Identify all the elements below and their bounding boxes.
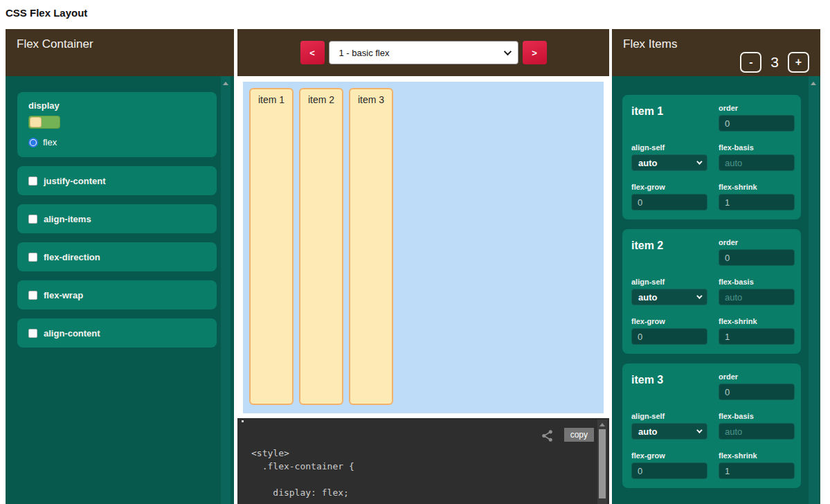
property-card-justify-content[interactable]: justify-content (17, 166, 217, 195)
main-columns: Flex Container display flex justify-cont… (6, 29, 820, 504)
flex-grow-input[interactable] (631, 194, 707, 210)
demo-item-2[interactable]: item 2 (299, 88, 343, 405)
order-label: order (719, 238, 795, 246)
demo-item-3[interactable]: item 3 (349, 88, 393, 405)
preset-select-value: 1 - basic flex (339, 48, 504, 58)
align-self-select[interactable]: auto (631, 154, 707, 171)
radio-checked-icon[interactable] (28, 138, 38, 147)
align-self-select[interactable]: auto (631, 289, 707, 305)
order-label: order (719, 104, 795, 112)
flex-grow-field: flex-grow (631, 317, 707, 345)
align-self-select[interactable]: auto (631, 423, 707, 440)
flex-grow-input[interactable] (631, 328, 707, 345)
align-self-field: align-self auto (631, 412, 707, 440)
code-panel: <style> .flex-container { display: flex;… (237, 418, 609, 504)
flex-grow-field: flex-grow (631, 183, 707, 210)
preset-bar: < 1 - basic flex > (237, 29, 609, 76)
item-card-3: item 3 order align-self auto flex-basis (622, 363, 801, 488)
flex-basis-input[interactable] (719, 289, 795, 305)
order-field: order (719, 238, 795, 266)
share-icon[interactable] (541, 429, 554, 442)
scroll-up-icon[interactable] (811, 82, 816, 85)
code-content[interactable]: <style> .flex-container { display: flex; (251, 447, 354, 499)
item-card-title: item 3 (631, 372, 707, 400)
flex-grow-label: flex-grow (631, 317, 707, 325)
scroll-up-icon[interactable] (599, 423, 605, 426)
property-label: flex-wrap (44, 290, 83, 300)
code-cursor-dot (242, 420, 244, 422)
preset-select[interactable]: 1 - basic flex (329, 41, 518, 64)
scroll-up-icon[interactable] (223, 82, 228, 85)
property-label: flex-direction (44, 252, 100, 262)
order-field: order (719, 372, 795, 400)
align-self-value: auto (638, 426, 696, 437)
flex-grow-label: flex-grow (631, 451, 707, 460)
flex-shrink-field: flex-shrink (719, 317, 795, 345)
order-input[interactable] (719, 115, 795, 132)
align-self-label: align-self (631, 412, 707, 420)
property-card-align-items[interactable]: align-items (17, 204, 217, 233)
flex-basis-input[interactable] (719, 154, 795, 171)
align-self-value: auto (638, 158, 696, 168)
increase-items-button[interactable]: + (788, 52, 809, 73)
property-card-flex-direction[interactable]: flex-direction (17, 242, 217, 271)
property-card-flex-wrap[interactable]: flex-wrap (17, 280, 217, 309)
middle-column: < 1 - basic flex > item 1 item 2 item 3 … (237, 29, 609, 504)
right-panel-scrollbar[interactable] (809, 76, 819, 504)
chevron-down-icon (696, 427, 702, 433)
align-self-field: align-self auto (631, 143, 707, 171)
flex-playground: item 1 item 2 item 3 (237, 76, 609, 418)
display-flex-radio-row[interactable]: flex (28, 137, 206, 147)
display-toggle[interactable] (28, 116, 60, 129)
align-self-label: align-self (631, 278, 707, 286)
checkbox-icon[interactable] (28, 215, 37, 224)
checkbox-icon[interactable] (28, 177, 37, 186)
property-label: justify-content (44, 176, 106, 186)
property-label: align-items (44, 214, 91, 224)
next-preset-button[interactable]: > (523, 41, 547, 64)
copy-button[interactable]: copy (564, 428, 594, 442)
flex-shrink-label: flex-shrink (719, 451, 795, 460)
property-card-align-content[interactable]: align-content (17, 318, 217, 348)
page-title: CSS Flex Layout (0, 0, 830, 22)
demo-flex-container: item 1 item 2 item 3 (243, 82, 604, 413)
flex-basis-field: flex-basis (719, 412, 795, 440)
flex-basis-label: flex-basis (719, 278, 795, 286)
flex-items-body: item 1 order align-self auto flex-basis (612, 76, 820, 504)
left-panel-scrollbar[interactable] (221, 76, 231, 504)
flex-basis-field: flex-basis (719, 143, 795, 171)
radio-flex-label: flex (43, 137, 57, 147)
checkbox-icon[interactable] (28, 253, 37, 262)
flex-shrink-field: flex-shrink (719, 183, 795, 210)
decrease-items-button[interactable]: - (740, 52, 761, 73)
flex-items-panel: Flex Items - 3 + item 1 order align-self… (612, 29, 820, 504)
display-card: display flex (17, 92, 217, 157)
flex-shrink-input[interactable] (719, 462, 795, 479)
code-scrollbar[interactable] (597, 420, 607, 504)
flex-shrink-input[interactable] (719, 194, 795, 210)
flex-grow-label: flex-grow (631, 183, 707, 191)
item-count-controls: - 3 + (740, 52, 809, 73)
prev-preset-button[interactable]: < (300, 41, 325, 64)
flex-shrink-label: flex-shrink (719, 317, 795, 325)
item-card-1: item 1 order align-self auto flex-basis (622, 95, 801, 219)
flex-shrink-input[interactable] (719, 328, 795, 345)
flex-grow-input[interactable] (631, 462, 707, 479)
demo-item-1[interactable]: item 1 (249, 88, 294, 405)
flex-basis-field: flex-basis (719, 278, 795, 305)
flex-container-body: display flex justify-content align-items (6, 76, 234, 504)
flex-basis-input[interactable] (719, 423, 795, 440)
item-card-title: item 2 (631, 238, 707, 266)
chevron-down-icon (696, 159, 702, 164)
order-input[interactable] (719, 384, 795, 400)
checkbox-icon[interactable] (28, 329, 37, 338)
display-label: display (28, 100, 206, 111)
order-label: order (719, 372, 795, 381)
chevron-down-icon (503, 48, 511, 55)
flex-items-header: Flex Items - 3 + (612, 29, 820, 76)
align-self-value: auto (638, 292, 696, 303)
scrollbar-thumb[interactable] (599, 429, 606, 498)
order-field: order (719, 104, 795, 132)
order-input[interactable] (719, 249, 795, 266)
checkbox-icon[interactable] (28, 291, 37, 300)
